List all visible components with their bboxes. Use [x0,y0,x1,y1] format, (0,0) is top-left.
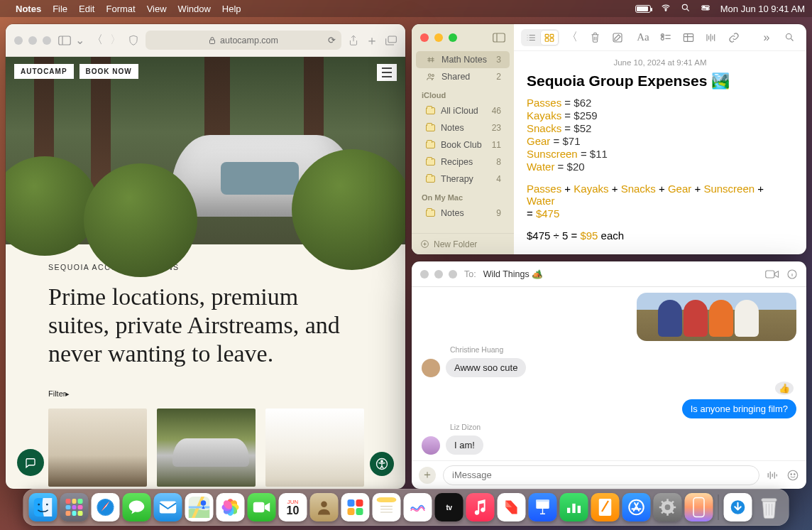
chevron-down-icon[interactable]: ⌄ [75,33,84,47]
search-icon[interactable] [779,28,799,47]
dock-calendar[interactable]: JUN10 [279,493,307,521]
checklist-icon[interactable] [656,28,676,47]
control-center-icon[interactable] [701,3,710,15]
listing-card[interactable] [265,409,364,487]
menu-app[interactable]: Notes [16,4,41,14]
brand-logo[interactable]: AUTOCAMP [14,64,74,79]
dock-maps[interactable] [185,493,214,521]
dock-pages[interactable] [591,493,620,521]
avatar[interactable] [422,436,440,455]
emoji-icon[interactable] [786,469,799,482]
dock-photos[interactable] [216,493,245,521]
dock-tv[interactable]: tv [435,493,463,521]
message-bubble[interactable]: I am! [446,436,483,455]
filter-toggle[interactable]: Filter▸ [48,389,363,399]
media-icon[interactable] [701,28,721,47]
menu-edit[interactable]: Edit [79,4,94,14]
sidebar-toggle-icon[interactable] [493,33,505,43]
wifi-icon[interactable] [661,3,671,15]
info-icon[interactable] [786,269,798,280]
sidebar-item-therapy[interactable]: Therapy4 [416,171,510,188]
listing-card[interactable] [157,409,256,487]
menubar-clock[interactable]: Mon Jun 10 9:41 AM [720,4,805,14]
link-icon[interactable] [724,28,744,47]
dock-messages[interactable] [123,493,151,521]
dock-safari[interactable] [92,493,120,521]
audio-record-icon[interactable] [767,470,779,480]
sidebar-item-all-icloud[interactable]: All iCloud46 [416,102,510,119]
dock-music[interactable] [466,493,495,521]
chat-fab[interactable] [17,449,44,476]
format-icon[interactable]: Aa [633,28,653,47]
nav-back-icon[interactable]: 〈 [92,33,103,48]
nav-back-icon[interactable]: 〈 [562,28,582,47]
messages-traffic-lights[interactable] [420,270,457,278]
tabs-overview-icon[interactable] [385,36,397,45]
message-thread[interactable]: Christine Huang Awww soo cute 👍 Is anyon… [412,287,806,460]
menu-format[interactable]: Format [106,4,135,14]
dock-appstore[interactable] [622,493,651,521]
refresh-icon[interactable]: ⟳ [328,35,336,45]
sidebar-item-math-notes[interactable]: Math Notes 3 [416,51,510,68]
sidebar-item-book-club[interactable]: Book Club11 [416,136,510,153]
table-icon[interactable] [679,28,698,47]
hamburger-menu[interactable] [377,64,397,81]
facetime-icon[interactable] [765,269,779,279]
battery-icon[interactable] [635,5,651,13]
list-view-icon[interactable] [522,31,539,45]
dock-news[interactable] [498,493,526,521]
view-segmented[interactable] [521,29,559,46]
dock-reminders[interactable] [341,493,370,521]
menu-file[interactable]: File [53,4,67,14]
trash-icon[interactable] [585,28,605,47]
dock-contacts[interactable] [310,493,339,521]
url-bar[interactable]: autocamp.com ⟳ [146,31,341,50]
book-now-button[interactable]: BOOK NOW [79,64,138,79]
share-icon[interactable] [349,35,358,46]
sidebar-item-shared[interactable]: Shared 2 [416,68,510,85]
tapback-reaction[interactable]: 👍 [775,382,794,395]
dock-keynote[interactable] [529,493,557,521]
note-body[interactable]: June 10, 2024 at 9:41 AM Sequoia Group E… [514,51,806,249]
dock-settings[interactable] [654,493,682,521]
message-photo[interactable] [637,293,796,341]
dock-notes[interactable] [373,493,401,521]
sidebar-item-recipes[interactable]: Recipes8 [416,153,510,171]
accessibility-fab[interactable] [370,452,394,476]
dock-launchpad[interactable] [60,493,89,521]
menu-window[interactable]: Window [178,4,211,14]
dock-finder[interactable] [29,493,57,521]
message-bubble[interactable]: Is anyone bringing film? [682,399,796,418]
menu-help[interactable]: Help [222,4,241,14]
dock-downloads[interactable] [724,493,752,521]
dock-mail[interactable] [154,493,182,521]
message-bubble[interactable]: Awww soo cute [446,358,526,377]
dock-trash[interactable] [755,493,784,521]
dock-freeform[interactable] [404,493,432,521]
dock-iphone-mirroring[interactable] [685,493,713,521]
new-tab-icon[interactable]: ＋ [366,32,378,49]
menu-view[interactable]: View [147,4,167,14]
conversation-name[interactable]: Wild Things 🏕️ [483,269,544,279]
attach-icon[interactable]: ＋ [419,467,436,484]
notes-traffic-lights[interactable] [420,33,457,42]
dock-numbers[interactable] [560,493,588,521]
safari-traffic-lights[interactable] [14,36,51,45]
message-input[interactable] [443,465,759,485]
shield-icon[interactable] [128,35,138,46]
grid-view-icon[interactable] [541,31,558,45]
sidebar-item-notes[interactable]: Notes23 [416,119,510,136]
sidebar-toggle-icon[interactable] [58,36,71,45]
sidebar-section-onmymac[interactable]: On My Mac [412,188,514,205]
avatar[interactable] [422,359,440,377]
sidebar-item-local-notes[interactable]: Notes9 [416,205,510,222]
new-folder-button[interactable]: New Folder [412,233,514,254]
more-icon[interactable]: » [757,28,777,47]
sidebar-section-icloud[interactable]: iCloud [412,85,514,102]
math-var: Water [527,161,554,173]
dock-facetime[interactable] [248,493,276,521]
spotlight-icon[interactable] [681,3,691,15]
nav-forward-icon[interactable]: 〉 [110,33,121,48]
listing-card[interactable] [48,409,147,487]
compose-icon[interactable] [608,28,627,47]
